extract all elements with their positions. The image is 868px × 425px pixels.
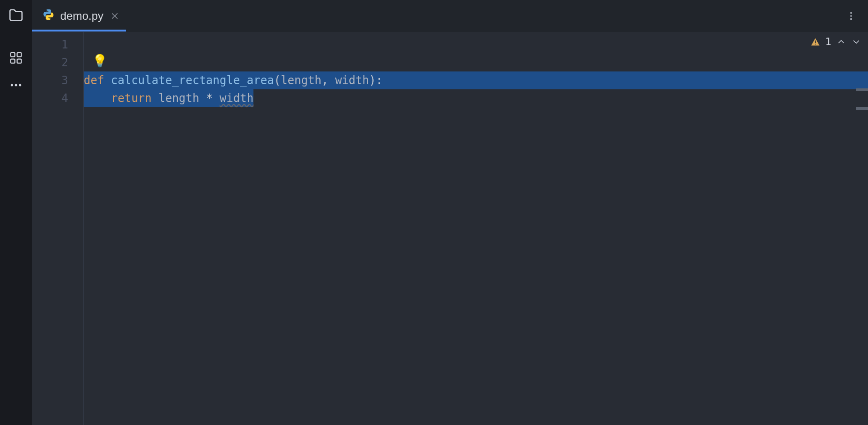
code-line-1[interactable] — [84, 36, 868, 54]
line-number: 2 — [32, 54, 83, 71]
svg-rect-0 — [11, 53, 15, 57]
svg-rect-1 — [17, 53, 22, 57]
svg-point-5 — [15, 84, 17, 87]
line-number: 4 — [32, 89, 83, 107]
svg-point-10 — [850, 15, 852, 17]
function-name: calculate_rectangle_area — [111, 74, 274, 87]
svg-point-11 — [850, 18, 852, 20]
param-length: length — [281, 74, 322, 87]
editor[interactable]: 1 2 3 4 💡 1 — [32, 32, 868, 425]
svg-point-4 — [11, 84, 13, 87]
activity-bar-divider — [7, 36, 25, 36]
colon: : — [376, 74, 382, 87]
paren-open: ( — [274, 74, 281, 87]
paren-close: ) — [369, 74, 376, 87]
svg-point-6 — [19, 84, 21, 87]
svg-rect-2 — [11, 59, 15, 63]
more-icon[interactable] — [8, 77, 24, 94]
svg-rect-3 — [17, 59, 22, 63]
indent — [84, 92, 111, 105]
active-tab-indicator — [32, 30, 126, 31]
line-number: 1 — [32, 36, 83, 54]
tab-bar: demo.py — [32, 0, 868, 32]
main-column: demo.py 1 2 3 — [32, 0, 868, 425]
code-line-4[interactable]: return length * width — [84, 89, 868, 107]
activity-bar — [0, 0, 32, 425]
code-area[interactable]: 💡 1 — [84, 32, 868, 425]
code-line-3[interactable]: def calculate_rectangle_area(length, wid… — [84, 71, 868, 89]
kebab-menu-icon[interactable] — [844, 8, 859, 24]
operator-star: * — [199, 92, 220, 105]
param-width: width — [335, 74, 369, 87]
tab-file-name: demo.py — [60, 9, 103, 23]
keyword-return: return — [111, 92, 158, 105]
grid-icon[interactable] — [8, 49, 24, 66]
svg-point-9 — [850, 12, 852, 14]
keyword-def: def — [84, 74, 111, 87]
line-number: 3 — [32, 71, 83, 89]
close-icon[interactable] — [109, 10, 120, 22]
ident-length: length — [158, 92, 199, 105]
python-icon — [42, 8, 55, 24]
tab-bar-right — [844, 0, 868, 31]
minimap-mark — [856, 107, 868, 110]
gutter: 1 2 3 4 — [32, 32, 84, 425]
app-root: demo.py 1 2 3 — [0, 0, 868, 425]
ident-width: width — [220, 92, 253, 105]
folder-icon[interactable] — [8, 7, 24, 24]
tab-demo-py[interactable]: demo.py — [32, 0, 131, 31]
comma: , — [322, 74, 335, 87]
code-line-2[interactable] — [84, 54, 868, 71]
